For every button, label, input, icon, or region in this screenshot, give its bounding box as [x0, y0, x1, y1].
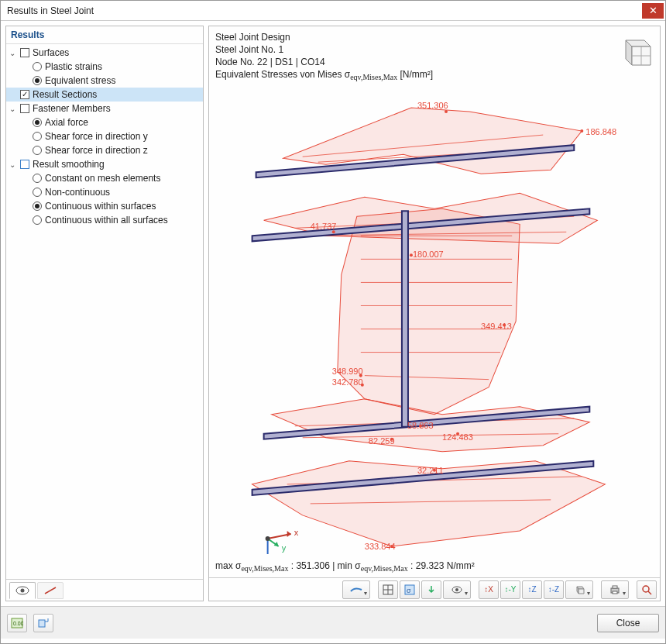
viewer-title: Steel Joint Design	[215, 31, 660, 43]
tree-group-smoothing[interactable]: ⌄ Result smoothing	[6, 157, 203, 171]
tree-item-constant-mesh[interactable]: Constant on mesh elements	[6, 171, 203, 185]
grid-button[interactable]	[378, 580, 398, 599]
cube-icon	[574, 584, 585, 595]
tree-item-plastic-strains[interactable]: Plastic strains	[6, 60, 203, 74]
tree-label: Fastener Members	[33, 103, 111, 114]
annotation: 186.848	[585, 127, 616, 136]
radio[interactable]	[33, 188, 42, 197]
tab-view[interactable]	[9, 582, 36, 599]
annotation: 41.737	[311, 222, 337, 231]
svg-point-68	[643, 586, 649, 592]
print-button[interactable]	[601, 580, 629, 599]
tree-item-continuous-all[interactable]: Continuous within all surfaces	[6, 213, 203, 227]
svg-marker-63	[578, 589, 584, 594]
radio[interactable]	[33, 174, 42, 183]
units-button[interactable]: 0.00	[7, 614, 27, 632]
chevron-down-icon: ⌄	[8, 48, 17, 57]
annotation: 342.780	[332, 377, 363, 387]
radio[interactable]	[33, 215, 42, 225]
viewer-minmax: max σeqv,Mises,Max : 351.306 | min σeqv,…	[215, 560, 475, 573]
svg-point-33	[445, 110, 448, 113]
magnifier-icon	[641, 584, 652, 595]
tab-line[interactable]	[37, 582, 64, 599]
values-button[interactable]: σ	[400, 580, 420, 599]
viewer-toolbar: σ ↕X ↕-Y ↕Z ↕-Z	[209, 577, 660, 601]
window-close-button[interactable]: ✕	[642, 3, 664, 19]
svg-point-1	[21, 588, 25, 592]
navigation-cube[interactable]	[616, 33, 654, 70]
chevron-down-icon: ⌄	[8, 104, 17, 113]
checkbox[interactable]	[20, 48, 29, 57]
view-neg-y-button[interactable]: ↕-Y	[500, 580, 520, 599]
results-tree: ⌄ Surfaces Plastic strains Equivalent st…	[6, 44, 203, 579]
viewer-subtitle: Steel Joint No. 1	[215, 43, 660, 56]
tree-item-continuous-surfaces[interactable]: Continuous within surfaces	[6, 199, 203, 213]
sidebar-tabs	[6, 579, 203, 601]
eye-icon	[451, 584, 462, 595]
svg-marker-46	[287, 531, 291, 537]
svg-marker-8	[283, 108, 582, 174]
annotation: 82.259	[369, 436, 395, 446]
export-button[interactable]	[33, 614, 53, 632]
radio[interactable]	[33, 146, 42, 155]
units-icon: 0.00	[11, 618, 23, 629]
display-options-button[interactable]	[443, 580, 471, 599]
radio[interactable]	[33, 76, 42, 85]
radio[interactable]	[33, 201, 42, 211]
checkbox[interactable]	[20, 104, 29, 113]
tree-group-fastener[interactable]: ⌄ Fastener Members	[6, 102, 203, 115]
annotation: 348.990	[332, 367, 363, 376]
tree-label: Result Sections	[33, 89, 97, 100]
close-button[interactable]: Close	[597, 614, 659, 632]
tree-group-surfaces[interactable]: ⌄ Surfaces	[6, 46, 203, 60]
svg-point-61	[455, 588, 458, 591]
view-mode-button[interactable]	[342, 580, 370, 599]
tree-item-axial-force[interactable]: Axial force	[6, 115, 203, 129]
annotation: 351.306	[417, 101, 448, 110]
axis-triad: x y z	[265, 528, 299, 554]
svg-line-2	[45, 587, 56, 594]
annotation: 349.413	[481, 322, 512, 331]
tree-item-result-sections[interactable]: Result Sections	[6, 88, 203, 102]
tree-item-non-continuous[interactable]: Non-continuous	[6, 185, 203, 199]
dialog-bottombar: 0.00 Close	[1, 606, 665, 639]
sidebar-header: Results	[6, 26, 203, 44]
tree-label: Constant on mesh elements	[45, 173, 160, 184]
tree-item-shear-z[interactable]: Shear force in direction z	[6, 143, 203, 157]
tree-item-equivalent-stress[interactable]: Equivalent stress	[6, 74, 203, 88]
annotation: 333.844	[365, 542, 396, 551]
svg-text:x: x	[294, 528, 299, 537]
view-z-button[interactable]: ↕Z	[522, 580, 542, 599]
viewer-info: Node No. 22 | DS1 | CO14	[215, 56, 660, 68]
values-icon: σ	[404, 584, 415, 595]
annotation: 124.483	[442, 432, 473, 442]
view-neg-z-button[interactable]: ↕-Z	[544, 580, 564, 599]
checkbox[interactable]	[20, 160, 29, 169]
radio[interactable]	[33, 132, 42, 141]
viewer-panel: Steel Joint Design Steel Joint No. 1 Nod…	[208, 26, 661, 601]
view-x-button[interactable]: ↕X	[479, 580, 499, 599]
surface-icon	[350, 585, 362, 594]
grid-icon	[383, 584, 393, 595]
svg-text:0.00: 0.00	[13, 621, 23, 626]
tree-label: Continuous within all surfaces	[45, 215, 168, 226]
tree-label: Plastic strains	[45, 61, 102, 72]
svg-rect-72	[39, 620, 45, 627]
tree-label: Equivalent stress	[45, 75, 115, 86]
svg-marker-10	[338, 208, 520, 414]
view-iso-button[interactable]	[565, 580, 593, 599]
radio[interactable]	[33, 62, 42, 71]
svg-rect-66	[613, 586, 617, 588]
show-loads-button[interactable]	[421, 580, 441, 599]
viewer-canvas[interactable]: 351.306 186.848 41.737 180.007 349.413 3…	[209, 81, 660, 554]
tree-item-shear-y[interactable]: Shear force in direction y	[6, 129, 203, 143]
export-icon	[37, 618, 50, 629]
tree-label: Shear force in direction z	[45, 145, 148, 156]
svg-rect-67	[613, 591, 617, 594]
radio[interactable]	[33, 118, 42, 127]
checkbox[interactable]	[20, 90, 29, 99]
tree-label: Surfaces	[33, 47, 69, 58]
tree-label: Continuous within surfaces	[45, 201, 156, 212]
zoom-extents-button[interactable]	[637, 580, 657, 599]
viewer-header: Steel Joint Design Steel Joint No. 1 Nod…	[209, 26, 660, 84]
